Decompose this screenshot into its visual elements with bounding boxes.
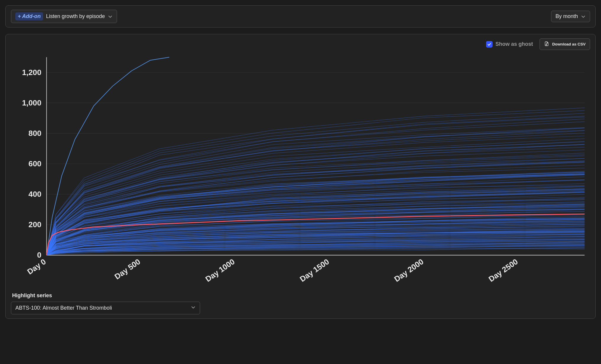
svg-text:Day 2500: Day 2500 — [487, 257, 519, 284]
svg-text:Day 2000: Day 2000 — [392, 257, 425, 284]
svg-text:600: 600 — [28, 159, 41, 168]
svg-text:800: 800 — [28, 129, 41, 138]
addon-badge: + Add-on — [15, 12, 43, 20]
controls-row: + Add-on Listen growth by episode By mon… — [11, 10, 590, 23]
chevron-down-icon — [581, 14, 586, 19]
checkbox-checked-icon — [486, 41, 493, 48]
file-music-icon — [544, 41, 549, 47]
chart-panel: Show as ghost Download as CSV 0200400600… — [5, 34, 596, 319]
download-csv-button[interactable]: Download as CSV — [540, 38, 590, 50]
show-as-ghost-label: Show as ghost — [496, 41, 533, 47]
svg-text:Day 0: Day 0 — [25, 257, 48, 276]
controls-panel: + Add-on Listen growth by episode By mon… — [5, 5, 596, 27]
listen-growth-chart[interactable]: 02004006008001,0001,200Day 0Day 500Day 1… — [12, 53, 589, 285]
granularity-dropdown[interactable]: By month — [551, 11, 590, 22]
highlight-series-select[interactable]: ABTS-100: Almost Better Than Stromboli — [11, 302, 200, 314]
report-dropdown-label: Listen growth by episode — [46, 13, 105, 20]
svg-text:Day 1500: Day 1500 — [298, 257, 331, 284]
highlight-series-selected: ABTS-100: Almost Better Than Stromboli — [15, 305, 112, 311]
svg-text:Day 500: Day 500 — [113, 257, 142, 281]
svg-text:400: 400 — [28, 190, 41, 199]
chart-area: 02004006008001,0001,200Day 0Day 500Day 1… — [12, 53, 589, 285]
svg-text:200: 200 — [28, 220, 41, 229]
chevron-down-icon — [108, 14, 113, 19]
download-csv-label: Download as CSV — [552, 42, 586, 46]
svg-text:1,200: 1,200 — [22, 68, 41, 77]
granularity-dropdown-label: By month — [555, 13, 578, 20]
svg-text:Day 1000: Day 1000 — [204, 257, 236, 284]
show-as-ghost-checkbox[interactable]: Show as ghost — [486, 41, 533, 48]
chart-header: Show as ghost Download as CSV — [11, 38, 590, 50]
highlight-series-label: Highlight series — [12, 292, 589, 299]
svg-text:1,000: 1,000 — [22, 98, 41, 107]
report-dropdown[interactable]: + Add-on Listen growth by episode — [11, 10, 117, 23]
chevron-down-icon — [191, 305, 196, 311]
